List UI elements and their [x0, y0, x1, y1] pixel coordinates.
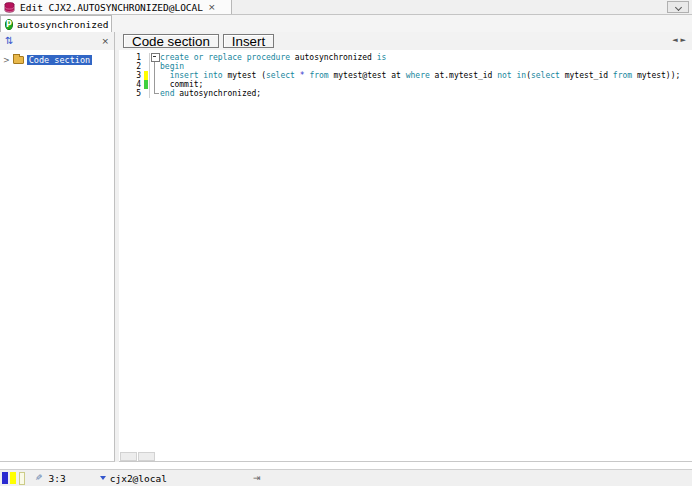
- line-number: 5: [119, 89, 143, 98]
- tab-list-dropdown-button[interactable]: [667, 1, 689, 13]
- fold-marker: [150, 80, 160, 89]
- code-editor[interactable]: 12345 create or replace procedure autosy…: [119, 50, 692, 462]
- line-change-marker: [144, 80, 148, 89]
- procedure-icon: P: [5, 19, 13, 30]
- cursor-position: 3:3: [49, 473, 66, 484]
- tab-autosynchronized[interactable]: P autosynchronized: [0, 15, 112, 32]
- window-tab-bar: Edit CJX2.AUTOSYNCHRONIZED@LOCAL ×: [0, 0, 692, 15]
- fold-marker: [150, 89, 160, 98]
- fold-marker: [150, 62, 160, 71]
- object-tab-label: autosynchronized: [17, 19, 109, 30]
- line-change-marker: [144, 53, 148, 62]
- code-text-area[interactable]: create or replace procedure autosynchron…: [160, 53, 692, 98]
- status-bar: ✎ 3:3 cjx2@local ⇥: [0, 469, 692, 486]
- code-line: begin: [160, 62, 692, 71]
- line-change-marker: [144, 62, 148, 71]
- line-number: 3: [119, 71, 143, 80]
- code-line: insert into mytest (select * from mytest…: [160, 71, 692, 80]
- line-change-marker: [144, 71, 148, 80]
- sort-icon[interactable]: ⇅: [5, 36, 13, 46]
- tree-item-label[interactable]: Code section: [27, 55, 92, 65]
- code-line: create or replace procedure autosynchron…: [160, 53, 692, 62]
- scroll-right-icon[interactable]: ►: [681, 36, 689, 44]
- fold-marker: [150, 71, 160, 80]
- section-buttons: Code section Insert: [119, 32, 692, 50]
- dropdown-arrow-icon: [100, 476, 106, 480]
- line-number: 1: [119, 53, 143, 62]
- line-change-marker: [144, 89, 148, 98]
- connection-selector[interactable]: cjx2@local: [100, 473, 167, 484]
- database-icon: [4, 2, 15, 13]
- line-number: 2: [119, 62, 143, 71]
- scroll-left-icon[interactable]: ◄: [672, 36, 680, 44]
- fold-collapse-icon[interactable]: [151, 53, 160, 62]
- code-line: commit;: [160, 80, 692, 89]
- fold-marker: [150, 53, 160, 62]
- tab-title: Edit CJX2.AUTOSYNCHRONIZED@LOCAL: [20, 2, 203, 13]
- expander-icon[interactable]: >: [3, 56, 10, 65]
- insert-button[interactable]: Insert: [223, 34, 274, 48]
- tab-edit-procedure[interactable]: Edit CJX2.AUTOSYNCHRONIZED@LOCAL ×: [0, 0, 232, 14]
- edit-mode-icon: ✎: [35, 473, 43, 483]
- status-modified-indicator: [2, 472, 8, 484]
- tab-stop-icon: ⇥: [253, 473, 261, 483]
- code-line: end autosynchronized;: [160, 89, 692, 98]
- editor-scroll-corner-left: [120, 452, 137, 461]
- status-empty-indicator: [19, 472, 25, 485]
- section-toolbar-row: ⇅ × Code section Insert ◄►: [0, 32, 692, 51]
- tree-panel-close-icon[interactable]: ×: [101, 37, 109, 46]
- tree-panel-header: ⇅ ×: [0, 32, 115, 50]
- connection-label: cjx2@local: [110, 473, 167, 484]
- editor-scroll-corner-right: [138, 452, 155, 461]
- line-number-gutter: 12345: [119, 53, 143, 98]
- tab-scroll-arrows[interactable]: ◄►: [672, 36, 689, 44]
- tab-close-icon[interactable]: ×: [208, 3, 216, 12]
- code-fold-gutter[interactable]: [149, 53, 160, 98]
- chevron-down-icon: [675, 4, 682, 11]
- change-marker-gutter: [144, 53, 148, 98]
- line-number: 4: [119, 80, 143, 89]
- code-sections-tree: > Code section: [0, 50, 115, 462]
- object-tab-bar: P autosynchronized: [0, 15, 692, 33]
- code-section-button[interactable]: Code section: [123, 34, 219, 48]
- status-unsaved-indicator: [10, 472, 16, 484]
- tree-item-code-section[interactable]: > Code section: [0, 54, 114, 66]
- folder-icon: [13, 56, 24, 64]
